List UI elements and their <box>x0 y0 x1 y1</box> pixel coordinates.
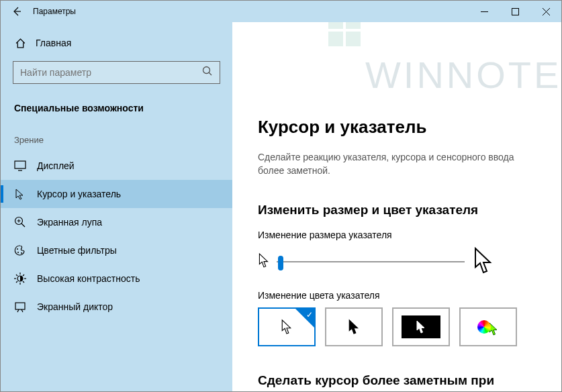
magnifier-icon <box>14 216 26 228</box>
svg-line-5 <box>209 72 212 75</box>
sidebar-item-label: Дисплей <box>37 160 75 171</box>
section-title: Сделать курсор более заметным при вводе <box>258 373 536 391</box>
svg-line-20 <box>16 275 17 276</box>
home-link[interactable]: Главная <box>1 30 232 56</box>
page-title: Курсор и указатель <box>258 117 536 138</box>
back-button[interactable] <box>1 1 33 22</box>
main-content: WINNOTE.RU Курсор и указатель Сделайте р… <box>232 22 561 391</box>
selected-check-icon <box>295 309 314 328</box>
sidebar-item-colorfilters[interactable]: Цветные фильтры <box>1 236 232 264</box>
home-icon <box>14 37 26 49</box>
sidebar-item-highcontrast[interactable]: Высокая контрастность <box>1 264 232 293</box>
sidebar-item-label: Экранный диктор <box>37 301 113 312</box>
pointer-large-icon <box>471 247 496 277</box>
svg-point-13 <box>17 252 19 253</box>
pointer-color-inverted[interactable] <box>392 307 450 346</box>
sidebar: Главная Специальные возможности Зрение Д… <box>1 22 232 391</box>
sidebar-item-magnifier[interactable]: Экранная лупа <box>1 208 232 236</box>
watermark-logo <box>328 22 361 46</box>
svg-point-12 <box>17 248 18 250</box>
pointer-color-white[interactable] <box>258 307 316 346</box>
home-label: Главная <box>36 38 71 48</box>
pointer-color-custom[interactable] <box>459 307 517 346</box>
section-title: Изменить размер и цвет указателя <box>258 203 536 217</box>
svg-rect-6 <box>15 161 26 168</box>
pointer-small-icon <box>258 253 270 271</box>
display-icon <box>14 160 26 172</box>
pointer-color-black[interactable] <box>325 307 383 346</box>
svg-line-9 <box>21 224 25 227</box>
cursor-icon <box>14 188 26 200</box>
palette-icon <box>14 244 26 256</box>
window-title: Параметры <box>33 7 76 16</box>
maximize-button[interactable] <box>500 1 530 22</box>
search-icon <box>202 66 213 79</box>
pointer-size-label: Изменение размера указателя <box>258 230 536 240</box>
pointer-color-label: Изменение цвета указателя <box>258 290 536 301</box>
sidebar-item-narrator[interactable]: Экранный диктор <box>1 293 232 321</box>
svg-point-14 <box>21 252 22 254</box>
pointer-size-slider[interactable] <box>277 254 465 270</box>
svg-point-4 <box>203 67 210 74</box>
narrator-icon <box>14 301 26 313</box>
sidebar-item-cursor[interactable]: Курсор и указатель <box>1 180 232 208</box>
svg-line-22 <box>16 281 17 283</box>
arrow-left-icon <box>11 6 22 17</box>
sidebar-item-label: Курсор и указатель <box>37 189 121 199</box>
page-description: Сделайте реакцию указателя, курсора и се… <box>258 151 536 177</box>
minimize-button[interactable] <box>469 1 500 22</box>
svg-rect-24 <box>15 303 25 309</box>
category-label: Специальные возможности <box>1 96 232 120</box>
search-input[interactable] <box>20 67 181 78</box>
close-button[interactable] <box>530 1 561 22</box>
window-controls <box>469 1 561 22</box>
group-label: Зрение <box>1 120 232 152</box>
svg-line-21 <box>23 281 24 283</box>
sidebar-item-label: Высокая контрастность <box>37 273 140 284</box>
sidebar-item-label: Цветные фильтры <box>37 245 117 256</box>
contrast-icon <box>14 273 26 285</box>
svg-line-23 <box>23 275 24 276</box>
sidebar-item-label: Экранная лупа <box>37 217 102 228</box>
watermark-text: WINNOTE.RU <box>365 53 561 97</box>
svg-rect-1 <box>512 8 518 15</box>
sidebar-item-display[interactable]: Дисплей <box>1 152 232 180</box>
search-box[interactable] <box>13 61 220 84</box>
